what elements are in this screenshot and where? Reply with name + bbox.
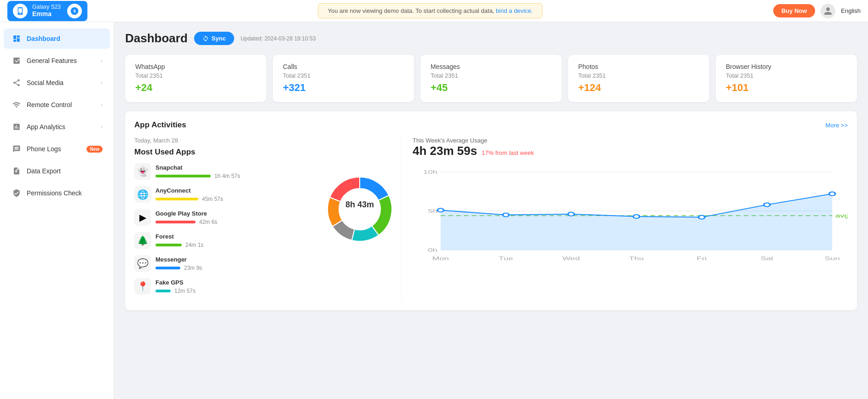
app-icon: 🌲 bbox=[134, 232, 151, 249]
activities-header: App Activities More >> bbox=[134, 120, 848, 130]
bind-device-link[interactable]: bind a device. bbox=[496, 7, 533, 14]
svg-point-17 bbox=[437, 208, 444, 212]
stat-card-photos[interactable]: Photos Total 2351 +124 bbox=[568, 55, 709, 102]
svg-text:Thu: Thu bbox=[629, 256, 644, 261]
chevron-right-icon-general: › bbox=[101, 57, 103, 64]
more-link[interactable]: More >> bbox=[826, 122, 848, 129]
app-details: AnyConnect 45m 57s bbox=[155, 187, 309, 202]
buy-now-button[interactable]: Buy Now bbox=[773, 4, 816, 17]
device-info[interactable]: Galaxy S23 Emma $ bbox=[7, 1, 87, 21]
sidebar-item-data-export[interactable]: Data Export bbox=[4, 161, 110, 181]
device-model: Galaxy S23 bbox=[32, 4, 61, 10]
sidebar-label-export: Data Export bbox=[27, 167, 103, 175]
svg-marker-16 bbox=[441, 194, 832, 250]
stat-total-whatsapp: Total 2351 bbox=[135, 72, 256, 79]
sidebar-label-social: Social Media bbox=[27, 79, 96, 86]
svg-text:5h: 5h bbox=[428, 208, 437, 214]
stat-delta-photos: +124 bbox=[578, 82, 699, 94]
weekly-avg-container: 4h 23m 59s 17% from last week bbox=[413, 144, 848, 158]
app-bar bbox=[155, 221, 195, 223]
stat-card-browser-history[interactable]: Browser History Total 2351 +101 bbox=[716, 55, 857, 102]
weekly-label: This Week's Average Usage bbox=[413, 137, 848, 144]
stat-total-calls: Total 2351 bbox=[283, 72, 404, 79]
stat-total-browser: Total 2351 bbox=[726, 72, 847, 79]
sidebar-item-dashboard[interactable]: Dashboard bbox=[4, 28, 110, 49]
sidebar-item-permissions-check[interactable]: Permissions Check bbox=[4, 183, 110, 203]
svg-point-22 bbox=[764, 203, 770, 206]
device-icon bbox=[13, 4, 28, 18]
stat-total-photos: Total 2351 bbox=[578, 72, 699, 79]
stat-name-photos: Photos bbox=[578, 63, 699, 70]
svg-text:Tue: Tue bbox=[499, 256, 513, 261]
sidebar-item-remote-control[interactable]: Remote Control › bbox=[4, 95, 110, 115]
new-badge-phonelogs: New bbox=[86, 146, 103, 153]
svg-text:$: $ bbox=[74, 9, 76, 13]
sync-button[interactable]: Sync bbox=[194, 32, 234, 45]
stat-name-calls: Calls bbox=[283, 63, 404, 70]
general-icon bbox=[11, 55, 22, 66]
dashboard-icon bbox=[11, 33, 22, 44]
demo-banner: You are now viewing demo data. To start … bbox=[318, 3, 542, 18]
app-details: Snapchat 1h 4m 57s bbox=[155, 164, 309, 179]
svg-text:8h 43m: 8h 43m bbox=[345, 200, 374, 209]
app-name: Forest bbox=[155, 233, 309, 240]
sidebar-item-general-features[interactable]: General Features › bbox=[4, 51, 110, 71]
sync-coin-icon: $ bbox=[67, 4, 82, 18]
svg-text:Sat: Sat bbox=[760, 256, 774, 261]
sidebar-item-social-media[interactable]: Social Media › bbox=[4, 73, 110, 93]
app-bar bbox=[155, 290, 171, 292]
sidebar-item-app-analytics[interactable]: App Analytics › bbox=[4, 117, 110, 137]
chevron-right-icon-social: › bbox=[101, 80, 103, 86]
sidebar-label-phonelogs: Phone Logs bbox=[27, 145, 82, 153]
svg-point-20 bbox=[633, 215, 640, 218]
sidebar-label-remote: Remote Control bbox=[27, 101, 96, 108]
date-label: Today, March 28 bbox=[134, 137, 401, 144]
stat-name-messages: Messages bbox=[431, 63, 552, 70]
weekly-change: 17% from last week bbox=[482, 149, 534, 156]
svg-line-6 bbox=[15, 81, 17, 82]
svg-text:0h: 0h bbox=[428, 247, 437, 253]
svg-text:avg: avg bbox=[835, 213, 848, 218]
app-details: Messenger 23m 9s bbox=[155, 256, 309, 271]
activities-body: Today, March 28 Most Used Apps 👻 Snapcha… bbox=[134, 137, 848, 301]
sidebar-label-dashboard: Dashboard bbox=[27, 35, 103, 42]
app-bar bbox=[155, 244, 182, 246]
top-bar: Galaxy S23 Emma $ You are now viewing de… bbox=[0, 0, 868, 22]
stat-delta-browser: +101 bbox=[726, 82, 847, 94]
stat-card-calls[interactable]: Calls Total 2351 +321 bbox=[273, 55, 414, 102]
activities-card: App Activities More >> Today, March 28 M… bbox=[125, 111, 857, 310]
svg-text:Sun: Sun bbox=[825, 256, 840, 261]
stat-delta-whatsapp: +24 bbox=[135, 82, 256, 94]
sidebar-label-general: General Features bbox=[27, 57, 96, 64]
app-details: Google Play Store 42m 6s bbox=[155, 210, 309, 225]
sidebar-item-phone-logs[interactable]: Phone Logs New bbox=[4, 139, 110, 159]
app-time: 42m 6s bbox=[199, 219, 217, 225]
list-item: 📍 Fake GPS 12m 57s bbox=[134, 278, 309, 295]
svg-point-23 bbox=[829, 192, 835, 196]
sidebar: Dashboard General Features › Social Medi… bbox=[0, 22, 114, 399]
svg-text:Fri: Fri bbox=[697, 256, 707, 261]
weekly-chart-area: 10h5h0havgMonTueWedThuFriSatSun bbox=[413, 163, 848, 264]
stat-card-messages[interactable]: Messages Total 2351 +45 bbox=[420, 55, 562, 102]
app-name: Snapchat bbox=[155, 164, 309, 171]
svg-text:10h: 10h bbox=[423, 169, 437, 175]
donut-chart: 8h 43m bbox=[318, 168, 401, 251]
svg-point-4 bbox=[17, 84, 20, 86]
app-name: Messenger bbox=[155, 256, 309, 263]
app-icon: 🌐 bbox=[134, 186, 151, 203]
list-item: 👻 Snapchat 1h 4m 57s bbox=[134, 163, 309, 180]
user-avatar[interactable] bbox=[821, 4, 835, 18]
stat-card-whatsapp[interactable]: WhatsApp Total 2351 +24 bbox=[125, 55, 266, 102]
app-time: 23m 9s bbox=[184, 265, 202, 271]
svg-text:Wed: Wed bbox=[563, 256, 580, 261]
app-bar bbox=[155, 267, 180, 269]
phonelogs-icon bbox=[11, 143, 22, 154]
apps-section: Today, March 28 Most Used Apps 👻 Snapcha… bbox=[134, 137, 401, 301]
app-bar-wrap: 24m 1s bbox=[155, 242, 309, 248]
app-bar bbox=[155, 175, 211, 177]
list-item: 🌐 AnyConnect 45m 57s bbox=[134, 186, 309, 203]
list-item: 🌲 Forest 24m 1s bbox=[134, 232, 309, 249]
app-icon: 📍 bbox=[134, 278, 151, 295]
most-used-title: Most Used Apps bbox=[134, 148, 401, 157]
analytics-icon bbox=[11, 121, 22, 132]
